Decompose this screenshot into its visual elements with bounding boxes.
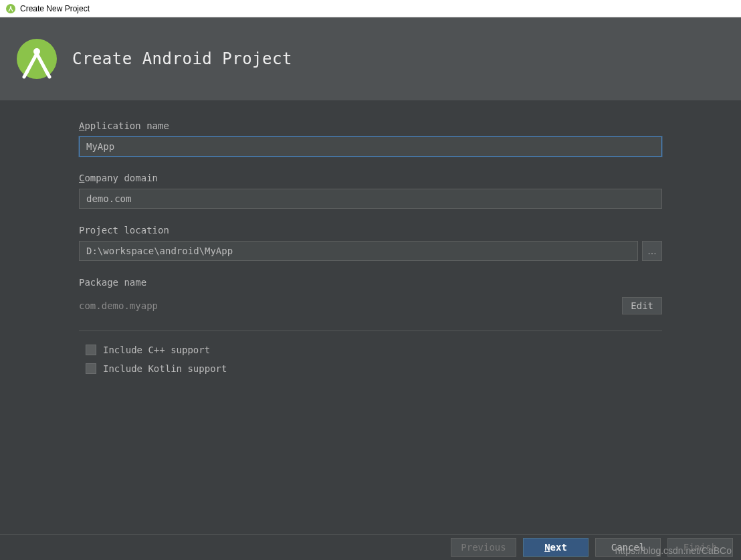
svg-point-2	[17, 39, 57, 79]
company-domain-input[interactable]	[79, 189, 662, 209]
browse-location-button[interactable]: …	[642, 241, 662, 261]
finish-button[interactable]: Finish	[667, 538, 733, 557]
include-cpp-label[interactable]: Include C++ support	[103, 345, 210, 355]
package-name-value: com.demo.myapp	[79, 300, 158, 311]
include-cpp-row: Include C++ support	[79, 345, 662, 355]
application-name-input[interactable]	[79, 136, 662, 157]
include-kotlin-label[interactable]: Include Kotlin support	[103, 363, 227, 374]
application-name-label: Application name	[79, 120, 662, 131]
android-studio-icon	[5, 3, 16, 14]
divider	[79, 331, 662, 331]
android-studio-large-icon	[13, 35, 60, 82]
cancel-button[interactable]: Cancel	[595, 538, 661, 557]
edit-package-button[interactable]: Edit	[622, 297, 662, 314]
form-content: Application name Company domain Project …	[0, 100, 741, 534]
page-title: Create Android Project	[72, 50, 292, 68]
package-name-label: Package name	[79, 277, 662, 288]
company-domain-group: Company domain	[79, 173, 662, 209]
window-title: Create New Project	[20, 4, 90, 13]
project-location-label: Project location	[79, 225, 662, 236]
company-domain-label: Company domain	[79, 173, 662, 183]
package-name-group: Package name com.demo.myapp Edit	[79, 277, 662, 314]
next-button[interactable]: Next	[523, 538, 589, 557]
application-name-group: Application name	[79, 120, 662, 157]
project-location-group: Project location …	[79, 225, 662, 261]
svg-point-0	[6, 4, 15, 13]
project-location-input[interactable]	[79, 241, 638, 261]
include-kotlin-checkbox[interactable]	[86, 363, 96, 374]
include-kotlin-row: Include Kotlin support	[79, 363, 662, 374]
previous-button[interactable]: Previous	[451, 538, 516, 557]
dialog-footer: Previous Next Cancel Finish	[0, 534, 741, 560]
include-cpp-checkbox[interactable]	[86, 345, 96, 355]
dialog-header: Create Android Project	[0, 17, 741, 100]
titlebar: Create New Project	[0, 0, 741, 17]
